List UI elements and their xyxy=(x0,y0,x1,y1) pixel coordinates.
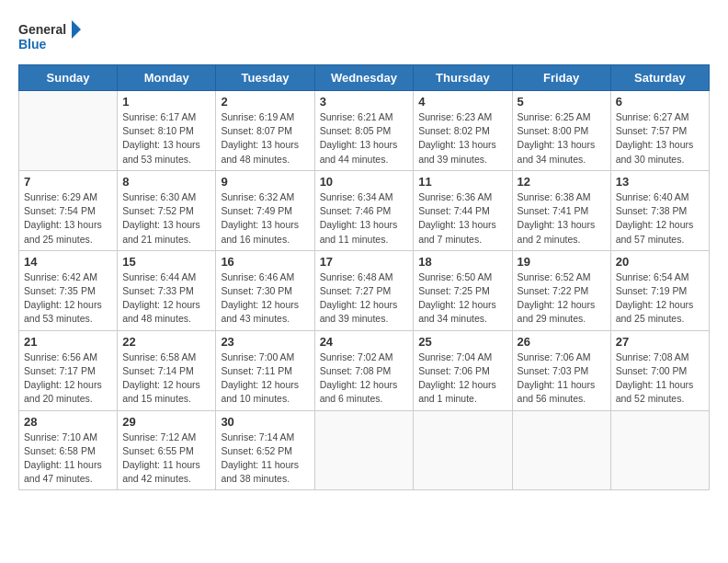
day-number: 28 xyxy=(24,415,112,429)
day-number: 10 xyxy=(320,175,409,189)
calendar-header-saturday: Saturday xyxy=(610,65,709,91)
day-info: Sunrise: 6:56 AMSunset: 7:17 PMDaylight:… xyxy=(24,350,112,407)
day-number: 4 xyxy=(418,95,506,109)
day-info: Sunrise: 6:46 AMSunset: 7:30 PMDaylight:… xyxy=(221,270,309,327)
day-number: 12 xyxy=(518,175,606,189)
day-info: Sunrise: 6:54 AMSunset: 7:19 PMDaylight:… xyxy=(616,270,704,327)
logo-svg: General Blue xyxy=(18,18,83,55)
day-number: 25 xyxy=(418,335,506,349)
day-info: Sunrise: 6:29 AMSunset: 7:54 PMDaylight:… xyxy=(24,190,112,247)
day-number: 6 xyxy=(616,95,704,109)
day-info: Sunrise: 6:21 AMSunset: 8:05 PMDaylight:… xyxy=(320,110,409,167)
page-header: General Blue xyxy=(18,18,710,55)
calendar-cell: 18 Sunrise: 6:50 AMSunset: 7:25 PMDaylig… xyxy=(414,250,512,330)
day-number: 13 xyxy=(616,175,704,189)
day-number: 24 xyxy=(320,335,409,349)
calendar-cell: 7 Sunrise: 6:29 AMSunset: 7:54 PMDayligh… xyxy=(19,170,118,250)
day-number: 5 xyxy=(518,95,606,109)
calendar-header-thursday: Thursday xyxy=(414,65,512,91)
day-number: 1 xyxy=(122,95,210,109)
day-info: Sunrise: 6:42 AMSunset: 7:35 PMDaylight:… xyxy=(24,270,112,327)
day-info: Sunrise: 7:00 AMSunset: 7:11 PMDaylight:… xyxy=(221,350,309,407)
calendar-cell: 3 Sunrise: 6:21 AMSunset: 8:05 PMDayligh… xyxy=(314,91,414,171)
day-number: 9 xyxy=(221,175,309,189)
day-number: 7 xyxy=(24,175,112,189)
day-info: Sunrise: 6:23 AMSunset: 8:02 PMDaylight:… xyxy=(418,110,506,167)
calendar-header-friday: Friday xyxy=(512,65,610,91)
svg-text:Blue: Blue xyxy=(18,37,47,52)
calendar-week-1: 7 Sunrise: 6:29 AMSunset: 7:54 PMDayligh… xyxy=(19,170,710,250)
day-number: 11 xyxy=(418,175,506,189)
day-info: Sunrise: 7:14 AMSunset: 6:52 PMDaylight:… xyxy=(221,431,309,487)
calendar-cell: 13 Sunrise: 6:40 AMSunset: 7:38 PMDaylig… xyxy=(610,170,709,250)
calendar-week-3: 21 Sunrise: 6:56 AMSunset: 7:17 PMDaylig… xyxy=(19,330,710,410)
calendar-cell: 24 Sunrise: 7:02 AMSunset: 7:08 PMDaylig… xyxy=(314,330,414,410)
day-info: Sunrise: 6:48 AMSunset: 7:27 PMDaylight:… xyxy=(320,270,409,327)
day-info: Sunrise: 6:58 AMSunset: 7:14 PMDaylight:… xyxy=(122,350,210,407)
day-number: 26 xyxy=(518,335,606,349)
calendar-table: SundayMondayTuesdayWednesdayThursdayFrid… xyxy=(18,64,710,490)
calendar-cell xyxy=(512,410,610,490)
day-info: Sunrise: 6:25 AMSunset: 8:00 PMDaylight:… xyxy=(518,110,606,167)
calendar-cell: 12 Sunrise: 6:38 AMSunset: 7:41 PMDaylig… xyxy=(512,170,610,250)
calendar-header-sunday: Sunday xyxy=(19,65,118,91)
day-info: Sunrise: 6:32 AMSunset: 7:49 PMDaylight:… xyxy=(221,190,309,247)
day-info: Sunrise: 6:44 AMSunset: 7:33 PMDaylight:… xyxy=(122,270,210,327)
day-info: Sunrise: 6:36 AMSunset: 7:44 PMDaylight:… xyxy=(418,190,506,247)
day-info: Sunrise: 6:52 AMSunset: 7:22 PMDaylight:… xyxy=(518,270,606,327)
day-info: Sunrise: 6:50 AMSunset: 7:25 PMDaylight:… xyxy=(418,270,506,327)
calendar-cell: 4 Sunrise: 6:23 AMSunset: 8:02 PMDayligh… xyxy=(414,91,512,171)
day-info: Sunrise: 7:10 AMSunset: 6:58 PMDaylight:… xyxy=(24,431,112,487)
calendar-cell: 6 Sunrise: 6:27 AMSunset: 7:57 PMDayligh… xyxy=(610,91,709,171)
day-info: Sunrise: 7:04 AMSunset: 7:06 PMDaylight:… xyxy=(418,350,506,407)
day-info: Sunrise: 6:17 AMSunset: 8:10 PMDaylight:… xyxy=(122,110,210,167)
day-info: Sunrise: 6:19 AMSunset: 8:07 PMDaylight:… xyxy=(221,110,309,167)
calendar-cell: 2 Sunrise: 6:19 AMSunset: 8:07 PMDayligh… xyxy=(216,91,314,171)
calendar-cell: 14 Sunrise: 6:42 AMSunset: 7:35 PMDaylig… xyxy=(19,250,118,330)
calendar-cell: 8 Sunrise: 6:30 AMSunset: 7:52 PMDayligh… xyxy=(118,170,216,250)
day-number: 19 xyxy=(518,255,606,269)
calendar-cell: 11 Sunrise: 6:36 AMSunset: 7:44 PMDaylig… xyxy=(414,170,512,250)
day-info: Sunrise: 6:40 AMSunset: 7:38 PMDaylight:… xyxy=(616,190,704,247)
day-number: 3 xyxy=(320,95,409,109)
calendar-cell: 30 Sunrise: 7:14 AMSunset: 6:52 PMDaylig… xyxy=(216,410,314,490)
calendar-cell xyxy=(314,410,414,490)
calendar-week-4: 28 Sunrise: 7:10 AMSunset: 6:58 PMDaylig… xyxy=(19,410,710,490)
calendar-cell xyxy=(19,91,118,171)
calendar-cell: 23 Sunrise: 7:00 AMSunset: 7:11 PMDaylig… xyxy=(216,330,314,410)
calendar-header-tuesday: Tuesday xyxy=(216,65,314,91)
calendar-cell: 17 Sunrise: 6:48 AMSunset: 7:27 PMDaylig… xyxy=(314,250,414,330)
day-number: 21 xyxy=(24,335,112,349)
day-info: Sunrise: 6:27 AMSunset: 7:57 PMDaylight:… xyxy=(616,110,704,167)
calendar-body: 1 Sunrise: 6:17 AMSunset: 8:10 PMDayligh… xyxy=(19,91,710,490)
calendar-cell: 20 Sunrise: 6:54 AMSunset: 7:19 PMDaylig… xyxy=(610,250,709,330)
calendar-week-0: 1 Sunrise: 6:17 AMSunset: 8:10 PMDayligh… xyxy=(19,91,710,171)
calendar-cell: 15 Sunrise: 6:44 AMSunset: 7:33 PMDaylig… xyxy=(118,250,216,330)
calendar-cell: 10 Sunrise: 6:34 AMSunset: 7:46 PMDaylig… xyxy=(314,170,414,250)
calendar-cell: 16 Sunrise: 6:46 AMSunset: 7:30 PMDaylig… xyxy=(216,250,314,330)
calendar-cell: 27 Sunrise: 7:08 AMSunset: 7:00 PMDaylig… xyxy=(610,330,709,410)
day-info: Sunrise: 7:02 AMSunset: 7:08 PMDaylight:… xyxy=(320,350,409,407)
calendar-week-2: 14 Sunrise: 6:42 AMSunset: 7:35 PMDaylig… xyxy=(19,250,710,330)
calendar-cell: 19 Sunrise: 6:52 AMSunset: 7:22 PMDaylig… xyxy=(512,250,610,330)
day-number: 27 xyxy=(616,335,704,349)
day-number: 30 xyxy=(221,415,309,429)
day-number: 8 xyxy=(122,175,210,189)
svg-text:General: General xyxy=(18,22,66,37)
calendar-cell: 21 Sunrise: 6:56 AMSunset: 7:17 PMDaylig… xyxy=(19,330,118,410)
day-info: Sunrise: 6:34 AMSunset: 7:46 PMDaylight:… xyxy=(320,190,409,247)
day-number: 23 xyxy=(221,335,309,349)
day-number: 15 xyxy=(122,255,210,269)
calendar-cell xyxy=(610,410,709,490)
day-number: 16 xyxy=(221,255,309,269)
calendar-cell: 25 Sunrise: 7:04 AMSunset: 7:06 PMDaylig… xyxy=(414,330,512,410)
day-info: Sunrise: 6:30 AMSunset: 7:52 PMDaylight:… xyxy=(122,190,210,247)
day-info: Sunrise: 7:08 AMSunset: 7:00 PMDaylight:… xyxy=(616,350,704,407)
calendar-cell xyxy=(414,410,512,490)
svg-marker-2 xyxy=(72,20,81,39)
day-number: 2 xyxy=(221,95,309,109)
day-number: 29 xyxy=(122,415,210,429)
day-info: Sunrise: 7:06 AMSunset: 7:03 PMDaylight:… xyxy=(518,350,606,407)
logo: General Blue xyxy=(18,18,83,55)
day-number: 22 xyxy=(122,335,210,349)
